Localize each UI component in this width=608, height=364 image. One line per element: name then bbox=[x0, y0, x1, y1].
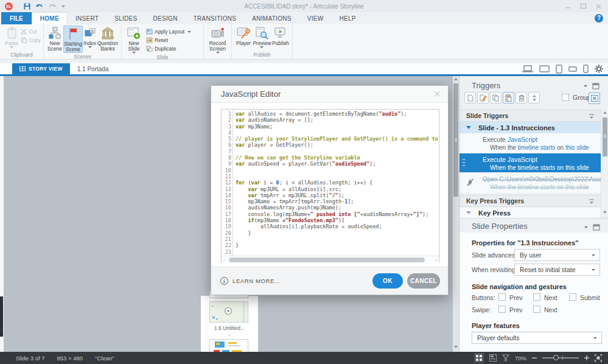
tablet-landscape-icon[interactable] bbox=[568, 66, 577, 72]
triggers-scroll-up-icon[interactable] bbox=[603, 111, 607, 114]
key-press-triggers-header[interactable]: Key Press Triggers bbox=[459, 195, 601, 207]
tab-help[interactable]: HELP bbox=[331, 12, 363, 24]
slide-triggers-header[interactable]: Slide Triggers bbox=[459, 110, 601, 122]
code-horizontal-scrollbar[interactable]: ‹ › bbox=[222, 256, 439, 263]
zoom-in-icon[interactable] bbox=[584, 355, 589, 360]
fit-to-window-icon[interactable] bbox=[595, 354, 602, 362]
new-trigger-button[interactable] bbox=[464, 92, 476, 103]
thumbnail-label[interactable]: 1.6 Untitled... bbox=[201, 325, 258, 331]
delete-trigger-button[interactable] bbox=[515, 92, 527, 103]
buttons-submit-checkbox[interactable] bbox=[569, 293, 576, 301]
collapse-all-icon[interactable] bbox=[589, 114, 595, 119]
copy-button[interactable]: Copy bbox=[21, 37, 41, 44]
laptop-icon[interactable] bbox=[522, 65, 533, 73]
triggers-scrollbar[interactable] bbox=[601, 110, 608, 218]
tab-view[interactable]: VIEW bbox=[299, 12, 332, 24]
tab-file[interactable]: FILE bbox=[1, 12, 32, 24]
new-slide-button[interactable]: New Slide bbox=[124, 26, 144, 54]
trigger-action-link[interactable]: JavaScript bbox=[508, 136, 537, 143]
player-button[interactable]: Player bbox=[234, 26, 253, 46]
code-editor[interactable]: 1234567891011121314151617181920212223 va… bbox=[221, 109, 439, 263]
record-screen-button[interactable]: Record Screen bbox=[206, 26, 229, 54]
starting-scene-button[interactable]: Starting Scene bbox=[63, 26, 83, 53]
help-icon[interactable]: ? bbox=[595, 14, 603, 23]
save-icon[interactable] bbox=[24, 3, 30, 10]
group-expand-icon[interactable] bbox=[466, 125, 471, 130]
preview-button[interactable]: Preview bbox=[253, 26, 271, 48]
minimize-icon[interactable] bbox=[565, 3, 571, 10]
canvas-vertical-scrollbar[interactable] bbox=[453, 76, 459, 352]
hscroll-right-icon[interactable]: › bbox=[435, 257, 437, 263]
duplicate-button[interactable]: Duplicate bbox=[146, 45, 191, 52]
triggers-menu-icon[interactable] bbox=[584, 85, 587, 87]
trigger-item-1[interactable]: Execute JavaScript When the timeline sta… bbox=[459, 133, 601, 153]
monitor-icon[interactable] bbox=[539, 65, 550, 72]
reset-button[interactable]: Reset bbox=[146, 37, 191, 44]
when-revisiting-select[interactable]: Reset to initial state bbox=[514, 264, 600, 276]
hscroll-left-icon[interactable]: ‹ bbox=[223, 257, 225, 263]
tab-story-view[interactable]: STORY VIEW bbox=[12, 63, 70, 74]
copy-trigger-button[interactable] bbox=[490, 92, 501, 103]
redo-icon[interactable] bbox=[49, 3, 56, 9]
story-view-toggle-icon[interactable] bbox=[474, 353, 484, 363]
triggers-scrollbar-thumb[interactable] bbox=[603, 117, 607, 156]
collapse-all-icon-2[interactable] bbox=[589, 199, 595, 205]
triggers-scroll-down-icon[interactable] bbox=[603, 211, 607, 214]
zoom-slider-knob[interactable] bbox=[553, 355, 559, 360]
app-icon[interactable]: SL bbox=[5, 2, 13, 10]
slide-thumbnail-map[interactable] bbox=[209, 301, 248, 323]
player-features-select[interactable]: Player defaults bbox=[472, 332, 602, 344]
slide-view-toggle-icon[interactable] bbox=[489, 354, 497, 362]
key-press-expand-icon[interactable] bbox=[466, 211, 471, 215]
scroll-up-icon[interactable] bbox=[454, 78, 458, 80]
group-checkbox[interactable] bbox=[562, 94, 569, 101]
code-content[interactable]: var allAudios = document.getElementsByTa… bbox=[233, 110, 439, 256]
tab-insert[interactable]: INSERT bbox=[68, 12, 107, 24]
undo-icon[interactable] bbox=[36, 3, 43, 9]
tab-transitions[interactable]: TRANSITIONS bbox=[186, 12, 245, 24]
dialog-title-bar[interactable]: JavaScript Editor bbox=[211, 86, 448, 103]
apply-layout-button[interactable]: Apply Layout bbox=[146, 28, 191, 35]
buttons-prev-checkbox[interactable] bbox=[498, 293, 506, 301]
key-press-row[interactable]: Key Press bbox=[459, 208, 601, 218]
dialog-close-icon[interactable] bbox=[434, 91, 441, 97]
reorder-trigger-button[interactable] bbox=[528, 92, 540, 103]
question-banks-button[interactable]: ? Question Banks bbox=[97, 26, 119, 52]
ok-button[interactable]: OK bbox=[372, 273, 403, 289]
tab-slides[interactable]: SLIDES bbox=[107, 12, 145, 24]
paste-trigger-button[interactable] bbox=[503, 92, 514, 103]
properties-menu-icon[interactable] bbox=[584, 226, 588, 228]
publish-button[interactable]: Publish bbox=[271, 26, 290, 46]
swipe-next-checkbox[interactable] bbox=[533, 306, 540, 313]
swipe-prev-checkbox[interactable] bbox=[498, 306, 506, 313]
paste-button[interactable]: Paste bbox=[2, 26, 21, 48]
qat-dropdown-icon[interactable] bbox=[61, 5, 65, 7]
triggers-float-panel-icon[interactable] bbox=[592, 83, 599, 89]
close-icon[interactable] bbox=[595, 3, 602, 10]
trigger-group-row[interactable]: Slide - 1.3 Instrucciones bbox=[459, 122, 601, 133]
canvas-scrollbar-thumb[interactable] bbox=[453, 83, 458, 197]
scroll-down-icon[interactable] bbox=[454, 346, 458, 348]
tab-home[interactable]: HOME bbox=[32, 12, 68, 24]
preview-funnel-icon[interactable] bbox=[502, 354, 509, 362]
trigger-target-link[interactable]: this slide bbox=[565, 144, 589, 151]
breadcrumb[interactable]: 1.1 Portada bbox=[77, 66, 109, 72]
phone-icon[interactable] bbox=[583, 65, 589, 73]
slide-advances-select[interactable]: By user bbox=[514, 249, 600, 261]
learn-more-link[interactable]: i LEARN MORE... bbox=[220, 277, 281, 285]
edit-trigger-button[interactable] bbox=[477, 92, 489, 103]
zoom-out-icon[interactable] bbox=[532, 355, 537, 360]
trigger-when-link[interactable]: timeline starts bbox=[518, 144, 556, 151]
cancel-button[interactable]: CANCEL bbox=[407, 273, 440, 289]
variables-button[interactable] bbox=[589, 93, 600, 104]
drag-grip-icon[interactable] bbox=[463, 158, 465, 167]
properties-float-panel-icon[interactable] bbox=[593, 224, 600, 231]
index-button[interactable]: Index bbox=[83, 26, 97, 48]
new-scene-button[interactable]: New Scene bbox=[46, 26, 63, 52]
trigger-item-2-selected[interactable]: Execute JavaScript When the timeline sta… bbox=[459, 153, 601, 172]
tab-design[interactable]: DESIGN bbox=[145, 12, 186, 24]
trigger-item-3-disabled[interactable]: Open C:\Users\m0r0bx5\Desktop\2022\Acces… bbox=[459, 173, 601, 193]
maximize-icon[interactable] bbox=[580, 3, 587, 10]
cut-button[interactable]: Cut bbox=[21, 28, 41, 35]
tab-animations[interactable]: ANIMATIONS bbox=[244, 12, 299, 24]
